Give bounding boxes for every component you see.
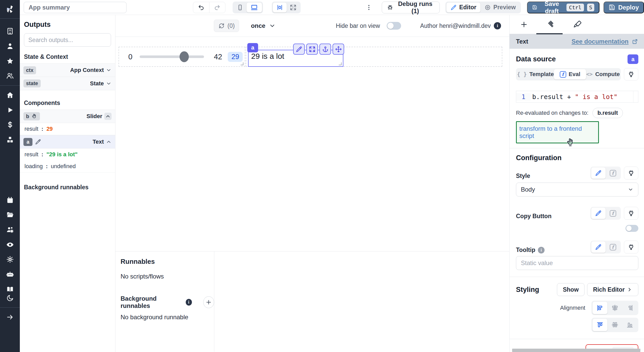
redo-button[interactable] bbox=[209, 2, 225, 13]
insert-component-plus-icon[interactable] bbox=[520, 20, 528, 29]
resize-handle[interactable] bbox=[339, 62, 342, 65]
a-result-row[interactable]: result: "29 is a lot" bbox=[20, 149, 115, 160]
debug-runs-button[interactable]: Debug runs (1) bbox=[382, 2, 440, 13]
move-component-button[interactable] bbox=[333, 44, 344, 55]
state-row[interactable]: state State bbox=[20, 77, 115, 90]
app-summary-input[interactable]: App summary bbox=[24, 2, 126, 13]
resize-handle[interactable] bbox=[241, 62, 243, 65]
mobile-view-button[interactable] bbox=[234, 3, 247, 12]
align-top-button[interactable] bbox=[592, 319, 607, 331]
align-center-h-button[interactable] bbox=[607, 302, 622, 314]
mouse-cursor-hand-icon bbox=[566, 137, 575, 147]
template-tab[interactable]: { }Template bbox=[517, 69, 554, 79]
windmill-logo[interactable] bbox=[0, 0, 20, 18]
preview-tab[interactable]: Preview bbox=[480, 3, 520, 12]
chevron-down-icon[interactable] bbox=[106, 67, 112, 73]
align-left-button[interactable] bbox=[592, 302, 607, 314]
runs-play-icon[interactable] bbox=[6, 106, 14, 114]
b-result-row[interactable]: result: 29 bbox=[20, 123, 115, 135]
app-canvas: (0) once Hide bar on view Author henri@w… bbox=[115, 15, 509, 352]
slider-component-cell[interactable]: 0 42 29 bbox=[118, 47, 245, 67]
a-loading-row[interactable]: loading: undefined bbox=[20, 160, 115, 173]
hide-bar-toggle[interactable] bbox=[387, 22, 401, 30]
workers-users-cog-icon[interactable] bbox=[6, 226, 14, 234]
tooltip-static-value-input[interactable]: Static value bbox=[516, 256, 638, 270]
theme-paintbrush-tab-icon[interactable] bbox=[573, 20, 582, 29]
align-middle-v-button[interactable] bbox=[607, 319, 622, 331]
save-draft-button[interactable]: Save draft Ctrl S bbox=[527, 2, 599, 13]
expand-component-button[interactable] bbox=[306, 44, 318, 55]
horizontal-scrollbar[interactable] bbox=[512, 349, 640, 352]
edit-component-button[interactable] bbox=[293, 44, 305, 55]
align-bottom-button[interactable] bbox=[622, 319, 637, 331]
component-a-row[interactable]: a Text bbox=[20, 135, 115, 149]
component-a-badge: a bbox=[23, 138, 32, 146]
runnables-detail-empty-area bbox=[214, 251, 509, 352]
undo-button[interactable] bbox=[193, 2, 209, 13]
search-outputs-input[interactable]: Search outputs... bbox=[24, 33, 111, 47]
add-background-runnable-button[interactable] bbox=[203, 296, 214, 308]
schedules-calendar-icon[interactable] bbox=[6, 196, 14, 204]
connect-plug-button[interactable] bbox=[624, 68, 638, 80]
info-icon[interactable]: i bbox=[538, 247, 545, 253]
collapse-toggle[interactable] bbox=[104, 113, 112, 120]
users-icon[interactable] bbox=[6, 72, 14, 80]
connect-plug-button[interactable] bbox=[624, 167, 638, 179]
star-icon[interactable] bbox=[6, 57, 14, 65]
docs-book-icon[interactable] bbox=[6, 285, 14, 293]
slider-thumb[interactable] bbox=[180, 51, 189, 62]
connect-plug-button[interactable] bbox=[624, 241, 638, 253]
data-source-mode-tabs: { }Template fEval <>Compute bbox=[516, 68, 621, 80]
static-pencil-button[interactable] bbox=[591, 208, 606, 219]
transform-link-hover-box: transform to a frontend script bbox=[516, 121, 599, 143]
center-canvas-button[interactable] bbox=[273, 3, 287, 12]
compute-tab[interactable]: <>Compute bbox=[586, 69, 620, 79]
ai-bot-icon[interactable] bbox=[6, 271, 14, 278]
anchor-component-button[interactable] bbox=[319, 44, 331, 55]
expand-arrow-right-icon[interactable] bbox=[6, 313, 14, 321]
eval-code-editor[interactable]: 1 b.result + " is a lot" bbox=[516, 91, 638, 103]
component-settings-tab-icon[interactable] bbox=[547, 20, 555, 29]
info-icon[interactable]: i bbox=[186, 299, 192, 306]
transform-frontend-script-link[interactable]: transform to a frontend script bbox=[519, 125, 582, 139]
home-icon[interactable] bbox=[6, 91, 14, 99]
eval-tab[interactable]: fEval bbox=[554, 69, 586, 79]
see-documentation-link[interactable]: See documentation bbox=[572, 38, 638, 45]
rich-editor-button[interactable]: Rich Editor bbox=[587, 283, 638, 296]
user-icon[interactable] bbox=[6, 42, 14, 50]
deploy-button[interactable]: Deploy bbox=[604, 2, 644, 13]
fullscreen-canvas-button[interactable] bbox=[287, 3, 300, 12]
variables-dollar-icon[interactable] bbox=[6, 121, 14, 129]
rename-pencil-icon[interactable] bbox=[35, 139, 41, 145]
desktop-view-button[interactable] bbox=[247, 3, 262, 12]
component-b-row[interactable]: b Slider bbox=[20, 110, 115, 123]
static-pencil-button[interactable] bbox=[591, 167, 606, 179]
ctx-row[interactable]: ctx App Context bbox=[20, 63, 115, 77]
align-right-icon bbox=[626, 304, 633, 312]
editor-tab[interactable]: Editor bbox=[446, 3, 480, 12]
eval-fx-button[interactable]: f bbox=[606, 241, 620, 253]
dark-mode-moon-icon[interactable] bbox=[6, 294, 14, 302]
copy-button-toggle[interactable] bbox=[625, 225, 638, 232]
static-pencil-button[interactable] bbox=[591, 241, 606, 253]
align-right-button[interactable] bbox=[622, 302, 637, 314]
chevron-down-icon[interactable] bbox=[106, 81, 112, 86]
workspace-building-icon[interactable] bbox=[6, 27, 14, 35]
settings-gear-icon[interactable] bbox=[6, 256, 14, 263]
chevron-up-icon[interactable] bbox=[106, 139, 112, 145]
info-icon[interactable]: i bbox=[494, 22, 501, 29]
slider-track[interactable] bbox=[140, 55, 204, 58]
canvas-grid[interactable]: 0 42 29 a 29 is a lot bbox=[115, 37, 509, 251]
schedule-mode-dropdown[interactable]: once bbox=[251, 22, 276, 29]
style-select[interactable]: Body bbox=[516, 183, 638, 197]
eval-fx-button[interactable]: f bbox=[606, 208, 620, 219]
eval-fx-button[interactable]: f bbox=[606, 167, 620, 179]
audit-eye-icon[interactable] bbox=[6, 241, 14, 249]
resources-boxes-icon[interactable] bbox=[6, 136, 14, 144]
more-options-kebab-icon[interactable] bbox=[365, 4, 373, 11]
folders-icon[interactable] bbox=[6, 211, 14, 219]
dependency-pill[interactable]: b.result bbox=[592, 108, 623, 118]
refresh-button[interactable]: (0) bbox=[214, 20, 239, 32]
connect-plug-button[interactable] bbox=[624, 207, 638, 220]
styling-show-button[interactable]: Show bbox=[557, 283, 584, 296]
